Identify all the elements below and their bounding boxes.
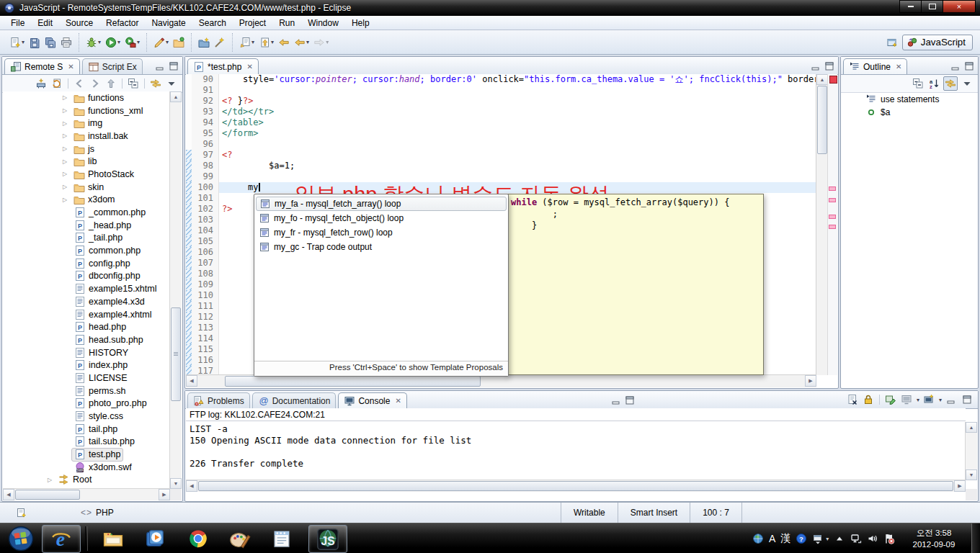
toolbar-back-to-button[interactable] xyxy=(277,35,291,50)
menu-run[interactable]: Run xyxy=(272,17,301,30)
dropdown-arrow-icon[interactable]: ▾ xyxy=(271,39,274,45)
scroll-up-arrow[interactable]: ▲ xyxy=(816,74,828,85)
console-tab-documentation[interactable]: @Documentation xyxy=(252,392,337,408)
minimize-view-icon[interactable] xyxy=(154,60,166,72)
tree-item-common-php[interactable]: P_common.php xyxy=(3,206,170,219)
network-icon[interactable] xyxy=(850,533,862,544)
expander-icon[interactable]: ▷ xyxy=(59,132,71,139)
scroll-thumb[interactable] xyxy=(225,376,481,387)
tree-item-js[interactable]: ▷js xyxy=(3,143,170,156)
maximize-button[interactable] xyxy=(921,0,943,13)
menu-project[interactable]: Project xyxy=(233,17,272,30)
completion-item-my-fa[interactable]: my_fa - mysql_fetch_array() loop xyxy=(256,197,507,211)
console-tab-problems[interactable]: Problems xyxy=(187,392,250,408)
expander-icon[interactable]: ▷ xyxy=(59,197,71,203)
file-tree-horizontal-scrollbar[interactable]: ◀▶ xyxy=(3,488,170,500)
menu-refactor[interactable]: Refactor xyxy=(99,17,145,30)
link-editor-icon[interactable] xyxy=(943,76,958,91)
scroll-down-arrow[interactable]: ▼ xyxy=(966,469,977,480)
dropdown-arrow-icon[interactable]: ▾ xyxy=(917,397,919,403)
nav-up-icon[interactable] xyxy=(104,77,117,90)
view-menu-icon[interactable] xyxy=(165,77,178,90)
dropdown-arrow-icon[interactable]: ▾ xyxy=(98,39,101,45)
show-desktop-button[interactable] xyxy=(971,523,980,553)
minimize-button[interactable] xyxy=(899,0,922,13)
overview-occurrence-marker[interactable] xyxy=(829,198,836,202)
open-perspective-icon[interactable] xyxy=(886,37,898,48)
action-center-icon[interactable] xyxy=(883,533,895,544)
taskbar-paint-button[interactable] xyxy=(222,525,258,552)
toolbar-back-button[interactable]: ▾ xyxy=(293,35,311,50)
scroll-lock-icon[interactable] xyxy=(862,393,875,406)
hidden-icons-icon[interactable] xyxy=(834,533,845,544)
tree-item-x3dom[interactable]: ▷x3dom xyxy=(3,194,170,207)
open-console-icon[interactable] xyxy=(922,393,935,406)
tree-item-example4-x3d[interactable]: example4.x3d xyxy=(3,295,170,308)
tree-item-tail-php[interactable]: P_tail.php xyxy=(3,232,170,245)
taskbar-notepad-button[interactable] xyxy=(264,525,300,552)
tree-item-history[interactable]: HISTORY xyxy=(3,346,170,359)
console-horizontal-scrollbar[interactable]: ◀▶ xyxy=(186,480,966,492)
toolbar-last-edit-location-button[interactable]: ▾ xyxy=(238,35,256,50)
dropdown-arrow-icon[interactable]: ▾ xyxy=(22,39,24,45)
console-output[interactable]: LIST -a 150 Opening ASCII mode data conn… xyxy=(186,422,966,480)
tree-item-license[interactable]: LICENSE xyxy=(3,372,170,385)
completion-item-my-gc[interactable]: my_gc - Trap code output xyxy=(256,240,507,254)
scroll-down-arrow[interactable]: ▼ xyxy=(170,478,182,489)
close-tab-icon[interactable]: ✕ xyxy=(68,63,74,71)
collapse-all-icon[interactable] xyxy=(127,77,140,90)
collapse-all-icon[interactable] xyxy=(912,77,925,90)
tray-ime-a[interactable]: A xyxy=(769,533,775,544)
expander-icon[interactable]: ▷ xyxy=(59,94,71,101)
file-tree[interactable]: ▷functions▷functions_xml▷img▷install.bak… xyxy=(3,91,170,489)
dropdown-arrow-icon[interactable]: ▾ xyxy=(166,39,169,45)
file-tree-vertical-scrollbar[interactable]: ▲▼ xyxy=(169,91,182,489)
toolbar-forward-button[interactable]: ▾ xyxy=(312,35,330,50)
tree-item-common-php[interactable]: Pcommon.php xyxy=(3,244,170,257)
new-connection-icon[interactable] xyxy=(35,77,48,90)
expander-icon[interactable]: ▷ xyxy=(59,158,71,165)
tray-ime-hanja[interactable]: 漢 xyxy=(780,532,790,545)
dropdown-arrow-icon[interactable]: ▾ xyxy=(117,39,120,45)
taskbar-eclipse-js-button[interactable]: JS xyxy=(308,525,347,553)
toolbar-print-button[interactable] xyxy=(59,35,74,50)
editor-overview-ruler[interactable] xyxy=(827,74,837,375)
tree-item-x3dom-swf[interactable]: SWFx3dom.swf xyxy=(3,461,170,474)
tree-item-head-php[interactable]: Phead.php xyxy=(3,320,170,333)
expander-icon[interactable]: ▷ xyxy=(44,477,55,483)
fast-view-icon[interactable] xyxy=(16,507,27,518)
editor-vertical-scrollbar[interactable]: ▲ xyxy=(816,74,828,375)
scroll-thumb[interactable] xyxy=(198,481,953,491)
minimize-view-icon[interactable] xyxy=(945,393,958,406)
taskbar-start-button[interactable] xyxy=(4,525,37,552)
scroll-left-arrow[interactable]: ◀ xyxy=(186,480,197,492)
remote-systems-tab-remote-s[interactable]: Remote S✕ xyxy=(4,58,80,74)
close-button[interactable]: × xyxy=(943,0,976,13)
tree-item-head-php[interactable]: P_head.php xyxy=(3,219,170,232)
minimize-view-icon[interactable] xyxy=(610,395,622,406)
tree-item-index-php[interactable]: Pindex.php xyxy=(3,359,170,372)
expander-icon[interactable]: ▷ xyxy=(59,107,71,114)
dropdown-arrow-icon[interactable]: ▾ xyxy=(326,39,329,45)
javascript-perspective-button[interactable]: JavaScript xyxy=(902,35,973,50)
tree-item-config-php[interactable]: Pconfig.php xyxy=(3,257,170,270)
tree-item-dbconfig-php[interactable]: Pdbconfig.php xyxy=(3,270,170,283)
menu-source[interactable]: Source xyxy=(59,17,99,30)
expander-icon[interactable]: ▷ xyxy=(59,184,71,190)
tree-item-tail-php[interactable]: Ptail.php xyxy=(3,423,170,436)
toolbar-debug-button[interactable]: ▾ xyxy=(84,35,102,50)
menu-edit[interactable]: Edit xyxy=(31,17,59,30)
scroll-thumb[interactable] xyxy=(171,307,181,401)
maximize-view-icon[interactable] xyxy=(963,60,975,72)
overview-occurrence-marker[interactable] xyxy=(829,215,836,219)
remote-systems-tab-script-ex[interactable]: Script Ex xyxy=(82,58,143,74)
menu-file[interactable]: File xyxy=(4,17,31,30)
toolbar-save-all-button[interactable] xyxy=(43,35,58,50)
scroll-up-arrow[interactable]: ▲ xyxy=(170,91,182,102)
minimize-view-icon[interactable] xyxy=(950,60,961,72)
taskbar-chrome-button[interactable] xyxy=(180,525,216,552)
overview-error-marker[interactable] xyxy=(829,76,837,84)
scroll-thumb[interactable] xyxy=(817,86,827,154)
close-tab-icon[interactable]: ✕ xyxy=(246,63,252,71)
title-bar[interactable]: JavaScript - RemoteSystemsTempFiles/KKL1… xyxy=(0,0,980,16)
